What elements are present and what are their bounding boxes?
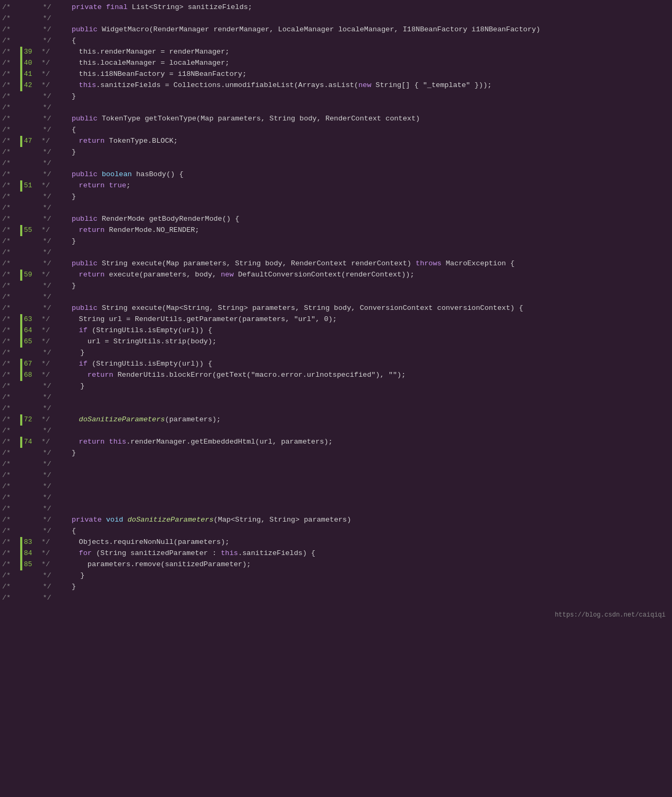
line-code: } [55, 348, 672, 359]
line-num-bar [20, 359, 22, 370]
code-line: /*74*/ return this.renderManager.getEmbe… [0, 437, 672, 448]
comment-start: /* [0, 203, 20, 214]
line-number-block [20, 247, 42, 258]
comment-end: */ [42, 114, 55, 125]
code-line: /*83*/ Objects.requireNonNull(parameters… [0, 537, 672, 548]
line-number-block: 64 [20, 325, 40, 336]
line-number-block: 67 [20, 359, 40, 370]
line-code: } [55, 192, 672, 203]
comment-end: */ [40, 136, 53, 147]
line-code: { [55, 36, 672, 47]
line-code: for (String sanitizedParameter : this.sa… [53, 548, 672, 559]
code-line: /*64*/ if (StringUtils.isEmpty(url)) { [0, 325, 672, 336]
line-number-block: 41 [20, 69, 40, 80]
line-number-block [20, 515, 42, 526]
line-number: 72 [24, 414, 39, 425]
code-line: /* */ [0, 247, 672, 258]
code-line: /* */ } [0, 192, 672, 203]
code-line: /* */ } [0, 281, 672, 292]
comment-end: */ [40, 370, 53, 381]
line-code: this.sanitizeFields = Collections.unmodi… [53, 80, 672, 91]
line-number: 85 [24, 559, 39, 570]
line-code: return true; [53, 180, 672, 192]
line-number-block: 65 [20, 336, 40, 348]
code-line: /* */ public TokenType getTokenType(Map … [0, 114, 672, 125]
comment-end: */ [42, 392, 55, 403]
comment-start: /* [0, 559, 20, 570]
comment-end: */ [42, 2, 55, 13]
line-number-block [20, 526, 42, 537]
line-code: public RenderMode getBodyRenderMode() { [55, 214, 672, 225]
line-number: 47 [24, 136, 39, 146]
code-line: /*65*/ url = StringUtils.strip(body); [0, 336, 672, 348]
comment-start: /* [0, 515, 20, 526]
comment-end: */ [42, 102, 55, 114]
line-number: 64 [24, 325, 39, 336]
comment-end: */ [42, 504, 55, 515]
line-code: public String execute(Map parameters, St… [55, 258, 672, 270]
line-number-block: 42 [20, 80, 40, 91]
code-line: /*55*/ return RenderMode.NO_RENDER; [0, 225, 672, 236]
line-num-bar [20, 69, 22, 80]
line-number: 55 [24, 225, 39, 236]
comment-start: /* [0, 36, 20, 47]
line-code: String url = RenderUtils.getParameter(pa… [53, 314, 672, 325]
line-code: { [55, 125, 672, 136]
line-number-block [20, 593, 42, 604]
comment-end: */ [42, 91, 55, 102]
comment-start: /* [0, 492, 20, 504]
line-number-block [20, 192, 42, 203]
line-number-block [20, 236, 42, 247]
comment-start: /* [0, 526, 20, 537]
comment-end: */ [40, 314, 53, 325]
code-line: /*63*/ String url = RenderUtils.getParam… [0, 314, 672, 325]
line-code: parameters.remove(sanitizedParameter); [53, 559, 672, 570]
comment-end: */ [40, 537, 53, 548]
line-number-block: 59 [20, 270, 40, 281]
line-number: 63 [24, 314, 39, 325]
line-number-block [20, 36, 42, 47]
comment-start: /* [0, 359, 20, 370]
code-line: /* */ } [0, 448, 672, 459]
line-code: public WidgetMacro(RenderManager renderM… [55, 24, 672, 36]
comment-start: /* [0, 214, 20, 225]
line-code: Objects.requireNonNull(parameters); [53, 537, 672, 548]
code-line: /* */ } [0, 348, 672, 359]
comment-end: */ [42, 582, 55, 593]
comment-start: /* [0, 593, 20, 604]
line-number-block: 74 [20, 437, 40, 448]
line-number-block: 55 [20, 225, 40, 236]
code-line: /* */ [0, 13, 672, 24]
comment-start: /* [0, 448, 20, 459]
line-number-block [20, 102, 42, 114]
comment-start: /* [0, 247, 20, 258]
line-number: 40 [24, 58, 39, 68]
code-line: /* */ [0, 426, 672, 437]
line-code: } [55, 147, 672, 158]
comment-end: */ [42, 258, 55, 270]
line-code: if (StringUtils.isEmpty(url)) { [53, 325, 672, 336]
line-number-block [20, 504, 42, 515]
comment-start: /* [0, 314, 20, 325]
line-code: url = StringUtils.strip(body); [53, 336, 672, 348]
comment-end: */ [40, 80, 53, 91]
code-line: /*40*/ this.localeManager = localeManage… [0, 58, 672, 69]
line-number-block: 85 [20, 559, 40, 570]
line-number-block [20, 13, 42, 24]
line-number-block [20, 392, 42, 403]
line-number: 74 [24, 437, 39, 447]
comment-start: /* [0, 403, 20, 414]
comment-end: */ [42, 24, 55, 36]
comment-start: /* [0, 303, 20, 314]
comment-start: /* [0, 459, 20, 470]
code-line: /* */ } [0, 570, 672, 582]
line-number-block: 63 [20, 314, 40, 325]
comment-end: */ [40, 180, 53, 192]
comment-end: */ [42, 36, 55, 47]
comment-start: /* [0, 158, 20, 169]
comment-end: */ [42, 214, 55, 225]
code-line: /* */ [0, 470, 672, 481]
line-number-block [20, 125, 42, 136]
line-num-bar [20, 414, 22, 426]
line-code: } [55, 281, 672, 292]
